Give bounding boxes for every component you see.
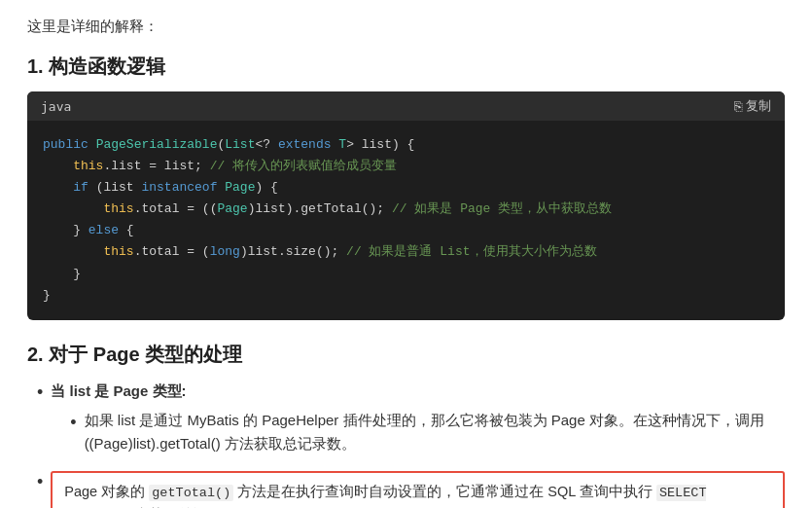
code-lang: java (41, 99, 71, 114)
intro-text: 这里是详细的解释： (27, 18, 785, 36)
copy-label: 复制 (746, 97, 771, 115)
sub-bullet-list: 如果 list 是通过 MyBatis 的 PageHelper 插件处理的，那… (51, 409, 785, 455)
code-block: java ⎘ 复制 public PageSerializable(List<?… (27, 91, 785, 320)
section2-number: 2. (27, 344, 44, 365)
bullet-content-1: 当 list 是 Page 类型: 如果 list 是通过 MyBatis 的 … (51, 380, 785, 461)
bullet-item-1: 当 list 是 Page 类型: 如果 list 是通过 MyBatis 的 … (37, 380, 785, 461)
main-bullet-list: 当 list 是 Page 类型: 如果 list 是通过 MyBatis 的 … (27, 380, 785, 508)
bullet2-method: getTotal() (149, 485, 233, 501)
section2-title: 2. 对于 Page 类型的处理 (27, 342, 785, 368)
section1-title: 1. 构造函数逻辑 (27, 54, 785, 80)
bullet2-middle: 方法是在执行查询时自动设置的，它通常通过在 SQL 查询中执行 (237, 484, 656, 499)
highlighted-box: Page 对象的 getTotal() 方法是在执行查询时自动设置的，它通常通过… (51, 471, 785, 508)
sub-bullet-item-1: 如果 list 是通过 MyBatis 的 PageHelper 插件处理的，那… (70, 409, 785, 455)
code-header: java ⎘ 复制 (27, 91, 785, 121)
section1-number: 1. (27, 55, 44, 77)
bullet1-label: 当 list 是 Page 类型: (51, 382, 186, 399)
bullet-item-2: Page 对象的 getTotal() 方法是在执行查询时自动设置的，它通常通过… (37, 469, 785, 508)
code-body: public PageSerializable(List<? extends T… (27, 121, 785, 320)
copy-icon: ⎘ (734, 98, 742, 114)
bullet2-prefix: Page 对象的 (64, 484, 145, 499)
sub-bullet-text-1: 如果 list 是通过 MyBatis 的 PageHelper 插件处理的，那… (85, 409, 785, 455)
copy-button[interactable]: ⎘ 复制 (734, 97, 771, 115)
section2: 2. 对于 Page 类型的处理 当 list 是 Page 类型: 如果 li… (27, 342, 785, 508)
